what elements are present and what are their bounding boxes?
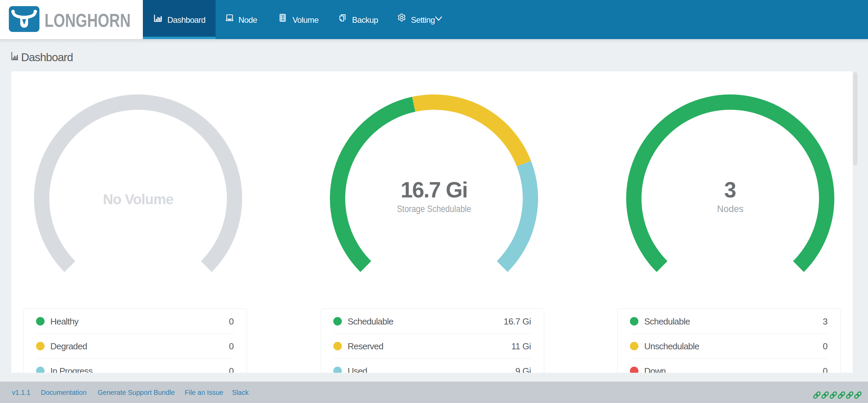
svg-text:LONGHORN: LONGHORN xyxy=(45,10,131,29)
